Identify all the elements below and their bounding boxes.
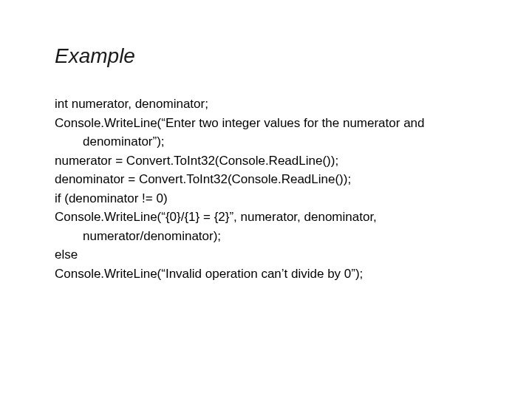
- slide-title: Example: [55, 44, 480, 68]
- code-line: Console.WriteLine(“Enter two integer val…: [55, 114, 480, 151]
- code-continuation: numerator/denominator);: [55, 227, 480, 246]
- code-line: if (denominator != 0): [55, 189, 480, 208]
- code-line: numerator = Convert.ToInt32(Console.Read…: [55, 151, 480, 171]
- code-line: Console.WriteLine(“{0}/{1} = {2}”, numer…: [55, 208, 480, 245]
- code-text: Console.WriteLine(“{0}/{1} = {2}”, numer…: [55, 210, 377, 224]
- code-line: Console.WriteLine(“Invalid operation can…: [55, 265, 480, 284]
- code-text: Console.WriteLine(“Enter two integer val…: [55, 116, 425, 130]
- code-example-block: int numerator, denominator; Console.Writ…: [55, 95, 480, 283]
- code-line: denominator = Convert.ToInt32(Console.Re…: [55, 170, 480, 189]
- code-line: else: [55, 245, 480, 265]
- code-continuation: denominator”);: [55, 132, 480, 151]
- code-line: int numerator, denominator;: [55, 95, 480, 114]
